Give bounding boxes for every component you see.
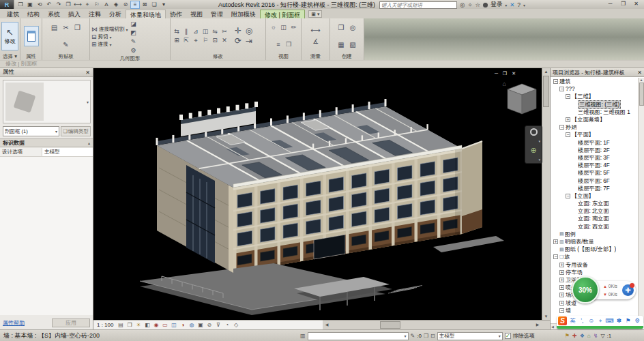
displace-elements-icon[interactable]: ≡: [274, 40, 283, 49]
align-icon[interactable]: ⇆: [172, 27, 181, 36]
tree-item-sheets[interactable]: ▤ 图纸 (【图纸/全部】): [551, 246, 639, 253]
sogou-logo-icon[interactable]: S: [558, 316, 567, 325]
type-selector-dropdown-icon[interactable]: ▾: [87, 100, 89, 104]
maximize-button[interactable]: ❐: [617, 0, 630, 8]
tab-analyze[interactable]: 分析: [105, 10, 126, 18]
split-icon[interactable]: ✂: [220, 27, 229, 36]
ime-emoji-icon[interactable]: ☺: [587, 317, 596, 325]
element-filter-combo[interactable]: 剖面框 (1)▾: [3, 126, 59, 136]
viewcube[interactable]: [506, 82, 538, 116]
tree-item-parking[interactable]: + 停车场: [551, 269, 639, 276]
view-restore-icon[interactable]: ❐: [503, 71, 507, 76]
measure-angle-icon[interactable]: ∡: [310, 36, 321, 46]
vertical-scroll-thumb[interactable]: [543, 76, 549, 107]
trim-icon[interactable]: ⌖: [191, 36, 201, 45]
select-links-icon[interactable]: ⚑: [565, 333, 570, 339]
cope-cut-button[interactable]: ⋈连接端切割▾: [91, 26, 128, 33]
design-options-icon[interactable]: ❒: [424, 333, 428, 339]
aligned-dimension-icon[interactable]: ⌖: [83, 1, 92, 9]
zoom-dropdown-icon[interactable]: ▾: [538, 158, 540, 162]
properties-help-link[interactable]: 属性帮助: [3, 319, 25, 327]
array-icon[interactable]: ⊞: [172, 36, 181, 45]
close-hidden-windows-icon[interactable]: ⊠: [140, 1, 149, 9]
join-button[interactable]: ⊞连接▾: [91, 41, 128, 48]
tab-collaborate[interactable]: 协作: [166, 10, 186, 18]
tree-item-plan-7f[interactable]: 楼层平面: 7F: [551, 185, 639, 192]
select-by-face-icon[interactable]: ⌂: [587, 333, 591, 339]
exclude-options-checkbox[interactable]: ✓: [505, 333, 511, 339]
tree-item-architecture[interactable]: − 建筑: [551, 78, 639, 85]
tree-toggle-icon[interactable]: +: [566, 117, 570, 122]
tree-item-elev-north[interactable]: 立面: 北立面: [551, 207, 639, 215]
tag-icon[interactable]: ⚐: [92, 1, 102, 9]
tree-item-plans-group[interactable]: − 【平面】: [551, 131, 639, 138]
favorites-star-icon[interactable]: ☆: [475, 1, 481, 8]
split-face-icon[interactable]: ◩: [129, 28, 138, 37]
accelerator-button[interactable]: ✚: [622, 284, 634, 296]
scroll-down-icon[interactable]: ▼: [542, 313, 550, 320]
workset-dropdown[interactable]: ▾: [308, 332, 409, 340]
tree-item-legends[interactable]: ▤ 图例: [551, 231, 639, 238]
tree-item-plan-2f[interactable]: 楼层平面: 2F: [551, 147, 639, 154]
move-icon[interactable]: ✛: [233, 26, 244, 36]
3d-building-model[interactable]: [93, 68, 550, 320]
communication-center-icon[interactable]: ✧: [467, 1, 472, 8]
tree-toggle-icon[interactable]: +: [559, 293, 564, 297]
tree-item-elev-east[interactable]: 立面: 东立面: [551, 200, 639, 207]
tab-modify-section-box[interactable]: 修改 | 剖面框: [260, 10, 305, 18]
tree-toggle-icon[interactable]: −: [566, 94, 570, 99]
progress-ball[interactable]: 30%: [572, 276, 599, 303]
tree-toggle-icon[interactable]: −: [559, 125, 564, 130]
tree-toggle-icon[interactable]: −: [566, 132, 570, 137]
tree-item-unknown[interactable]: − ???: [551, 85, 639, 93]
crop-view-icon[interactable]: ▭: [160, 322, 169, 328]
main-model-icon[interactable]: ⊡: [430, 333, 435, 339]
rotate-icon[interactable]: ⟳: [233, 36, 244, 46]
tree-item-plan-6f[interactable]: 楼层平面: 6F: [551, 177, 639, 184]
tab-annotate[interactable]: 注释: [85, 10, 105, 18]
create-parts-icon[interactable]: ▧: [347, 40, 358, 50]
tree-toggle-icon[interactable]: +: [553, 239, 558, 244]
tree-item-elev-south[interactable]: 立面: 南立面: [551, 215, 639, 222]
scroll-left-icon[interactable]: ◀: [323, 321, 330, 329]
tree-item-3d-view-1[interactable]: 三维视图: 三维视图 1: [551, 108, 639, 116]
demolish-icon[interactable]: ⚙: [129, 46, 138, 55]
tree-toggle-icon[interactable]: +: [559, 270, 564, 275]
tab-systems[interactable]: 系统: [44, 10, 64, 18]
tree-item-plan-3f[interactable]: 楼层平面: 3F: [551, 154, 639, 162]
tree-toggle-icon[interactable]: +: [559, 278, 564, 282]
pin-icon[interactable]: ⚐: [201, 36, 210, 45]
tree-toggle-icon[interactable]: +: [559, 301, 564, 306]
tree-item-walls[interactable]: − 墙: [551, 307, 639, 314]
reveal-icon[interactable]: ❒: [284, 40, 293, 49]
paste-icon[interactable]: ▤: [49, 23, 60, 33]
redo-icon[interactable]: ↷: [54, 1, 63, 9]
apply-button[interactable]: 应用: [52, 318, 90, 327]
view-minimize-icon[interactable]: ─: [495, 71, 498, 76]
open-icon[interactable]: ❒: [16, 1, 25, 9]
cope-icon[interactable]: ◪: [129, 19, 138, 28]
tab-insert[interactable]: 插入: [64, 10, 85, 18]
print-icon[interactable]: ❐: [63, 1, 73, 9]
sync-icon[interactable]: ⟲: [35, 1, 44, 9]
tree-item-specialty-equipment[interactable]: + 专用设备: [551, 261, 639, 269]
rendering-icon[interactable]: ◉: [151, 322, 160, 328]
tree-toggle-icon[interactable]: −: [559, 87, 564, 91]
ime-mode-icon[interactable]: 英: [568, 317, 578, 325]
minimize-button[interactable]: ─: [604, 0, 617, 8]
save-icon[interactable]: ▣: [25, 1, 35, 9]
temporary-hide-isolate-icon[interactable]: ◑: [178, 322, 187, 328]
tree-item-plan-4f[interactable]: 楼层平面: 4F: [551, 162, 639, 169]
copy-move-icon[interactable]: ◎: [244, 26, 254, 36]
paint-icon[interactable]: ✎: [129, 37, 138, 46]
linework-icon[interactable]: ✏: [289, 23, 299, 32]
sun-path-icon[interactable]: ☀: [134, 322, 143, 328]
horizontal-scroll-thumb[interactable]: [380, 321, 400, 329]
customize-qat-icon[interactable]: ▾: [159, 1, 169, 9]
ime-skin-icon[interactable]: ⚑: [624, 317, 633, 325]
horizontal-scrollbar[interactable]: ◀ ▶: [323, 320, 542, 329]
tree-item-ramps[interactable]: + 坡道: [551, 299, 639, 306]
delete-icon[interactable]: ✕: [220, 36, 229, 45]
tree-item-elev-curtainwall[interactable]: + 【立面幕墙】: [551, 116, 639, 123]
ime-punctuation-icon[interactable]: ’,: [578, 317, 587, 325]
